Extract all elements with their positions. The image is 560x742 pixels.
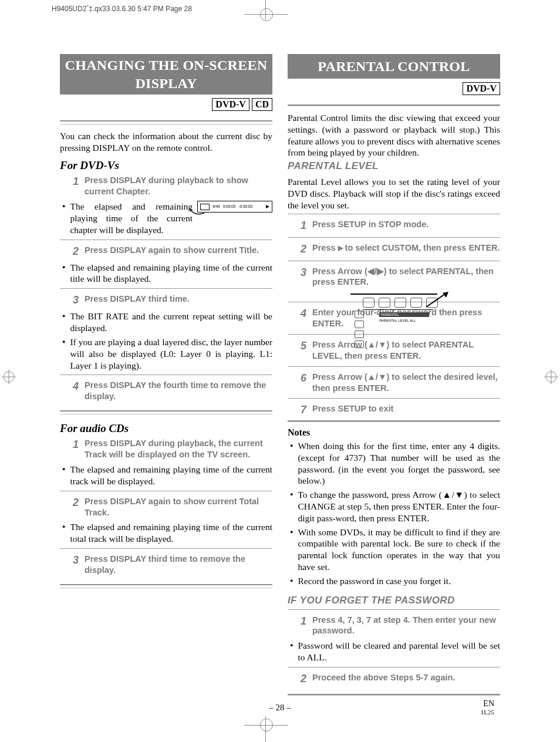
registration-mark (544, 370, 558, 384)
note: With some DVDs, it may be difficult to f… (298, 527, 500, 573)
bullet-text: The elapsed and remaining playing time o… (70, 521, 272, 545)
setup-menu-figure: PARENTAL PARENTAL LEVEL ALL (350, 294, 437, 295)
format-badges: DVD-V (288, 82, 500, 95)
bullet-text: The BIT RATE and the current repeat sett… (70, 311, 272, 334)
r-step-7: 7Press SETUP to exit (299, 403, 500, 417)
print-header: H9405UD2ˆ‡.qx33 03.6.30 5:47 PM Page 28 (52, 5, 192, 13)
fp-step-2: 2Proceed the above Steps 5-7 again. (299, 672, 500, 686)
menu-icon (410, 298, 422, 308)
subhead-forgot-password: IF YOU FORGET THE PASSWORD (288, 594, 500, 607)
subhead-dvd: For DVD-Vs (60, 158, 272, 173)
footer-lang: EN (481, 699, 494, 709)
r-step-3: 3Press Arrow (◀/▶) to select PARENTAL, t… (299, 266, 500, 288)
note: To change the password, press Arrow (▲/▼… (298, 489, 500, 524)
r-step-2: 2Press ▶ to select CUSTOM, then press EN… (299, 242, 500, 256)
cd-step-2: 2Press DISPLAY again to show current Tot… (72, 496, 272, 518)
bullet-text: The elapsed and remaining playing time o… (70, 201, 193, 235)
crop-mark (244, 725, 288, 726)
subhead-parental-level: PARENTAL LEVEL (288, 160, 500, 173)
content-area: CHANGING THE ON-SCREEN DISPLAY DVD-V CD … (60, 54, 500, 692)
bullet-text: The elapsed and remaining playing time o… (70, 464, 272, 487)
side-icon (355, 311, 364, 318)
r-step-4: 4Enter your four-digit password then pre… (299, 307, 500, 329)
right-column: PARENTAL CONTROL DVD-V Parental Control … (288, 54, 500, 692)
note: When doing this for the first time, ente… (298, 440, 500, 487)
step-3: 3Press DISPLAY third time. (72, 294, 272, 307)
pl-intro: Parental Level allows you to set the rat… (288, 176, 500, 211)
bullet-text: The elapsed and remaining playing time o… (70, 262, 272, 285)
registration-mark (2, 370, 16, 384)
r-step-6: 6Press Arrow (▲/▼) to select the desired… (299, 372, 500, 394)
osd-chapter: 9/49 (212, 204, 220, 209)
footer-right: EN 1L25 (481, 699, 494, 716)
menu-icon (379, 298, 390, 308)
format-badges: DVD-V CD (60, 98, 272, 111)
osd-remain: -0:00:00 (238, 204, 252, 209)
note: Record the password in case you forget i… (298, 575, 500, 587)
play-icon (266, 205, 269, 208)
badge-dvdv: DVD-V (212, 98, 249, 111)
notes-heading: Notes (288, 427, 500, 439)
r-step-5: 5Press Arrow (▲/▼) to select PARENTAL LE… (299, 339, 500, 362)
osd-figure: 9/49 0:00:00 -0:00:00 (197, 201, 272, 213)
intro-text: Parental Control limits the disc viewing… (288, 112, 500, 158)
menu-icon (363, 298, 375, 308)
menu-label: PARENTAL LEVEL ALL (379, 319, 416, 323)
intro-text: You can check the information about the … (60, 130, 272, 154)
bullet-text: If you are playing a dual layered disc, … (70, 336, 272, 371)
r-step-1: 1Press SETUP in STOP mode. (299, 219, 500, 232)
section-title: CHANGING THE ON-SCREEN DISPLAY (60, 54, 272, 95)
crop-mark (260, 8, 273, 21)
side-icon (355, 330, 364, 338)
crop-mark (244, 14, 288, 15)
menu-highlight: PARENTAL (379, 312, 429, 317)
cd-step-3: 3Press DISPLAY third time to remove the … (72, 554, 272, 576)
step-1: 1Press DISPLAY during playback to show c… (72, 175, 272, 197)
side-icon (355, 340, 364, 348)
left-column: CHANGING THE ON-SCREEN DISPLAY DVD-V CD … (60, 54, 272, 692)
osd-elapsed: 0:00:00 (223, 204, 236, 209)
side-icon (355, 321, 364, 328)
subhead-cd: For audio CDs (60, 421, 272, 436)
fp-step-1: 1Press 4, 7, 3, 7 at step 4. Then enter … (299, 615, 500, 637)
footer-code: 1L25 (481, 709, 494, 716)
page: H9405UD2ˆ‡.qx33 03.6.30 5:47 PM Page 28 … (0, 0, 560, 742)
page-number: – 28 – (0, 703, 560, 713)
cd-step-1: 1Press DISPLAY during playback, the curr… (72, 438, 272, 460)
step-4: 4Press DISPLAY the fourth time to remove… (72, 380, 272, 402)
fp-bullet: Password will be cleared and parental le… (298, 640, 500, 663)
step-2: 2Press DISPLAY again to show current Tit… (72, 245, 272, 258)
badge-cd: CD (252, 98, 272, 111)
divider (60, 120, 272, 124)
badge-dvdv: DVD-V (463, 82, 500, 95)
menu-icon (394, 298, 406, 308)
section-title: PARENTAL CONTROL (288, 54, 500, 79)
